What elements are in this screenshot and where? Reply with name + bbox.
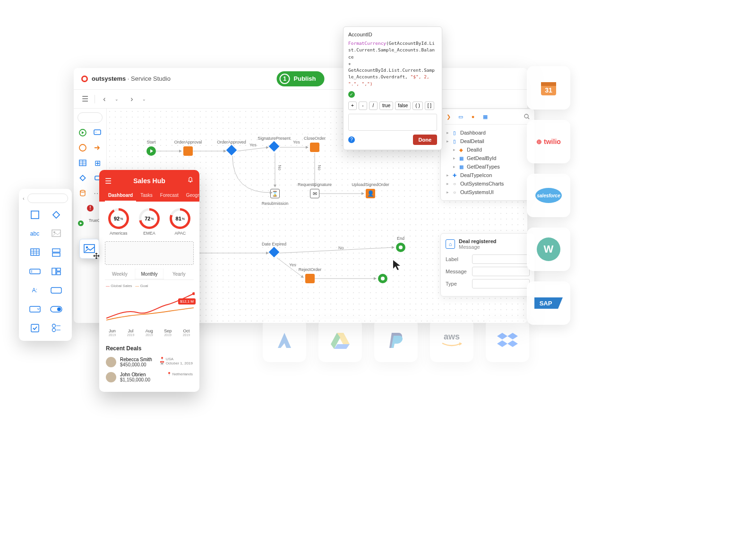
twilio-integration-tile[interactable]: ⊕ twilio bbox=[527, 120, 570, 163]
expr-true-button[interactable]: true bbox=[379, 102, 393, 110]
hamburger-icon[interactable]: ☰ bbox=[105, 177, 112, 186]
tree-item[interactable]: ▸◆DealId bbox=[445, 145, 531, 154]
text-widget-icon[interactable]: abc bbox=[26, 228, 43, 240]
tree-item[interactable]: ▸▯DealDetail bbox=[445, 137, 531, 145]
checkbox-widget-icon[interactable] bbox=[26, 322, 43, 334]
switch-widget-icon[interactable] bbox=[48, 303, 64, 315]
nav-back-icon[interactable]: ‹ bbox=[99, 93, 110, 105]
expr-false-button[interactable]: false bbox=[395, 102, 411, 110]
deal-row[interactable]: John Obrien$1,150,000.00📍 Netherlands bbox=[99, 370, 199, 385]
arrow-tool-icon[interactable] bbox=[93, 143, 103, 153]
order-approved-decision[interactable] bbox=[226, 145, 237, 156]
tree-item[interactable]: ▸▯Dashboard bbox=[445, 128, 531, 137]
workday-integration-tile[interactable]: W bbox=[527, 228, 570, 271]
grid-tool-icon[interactable]: ⊞ bbox=[93, 158, 103, 168]
menu-icon[interactable]: ☰ bbox=[79, 93, 91, 105]
period-tab[interactable]: Monthly bbox=[135, 269, 164, 280]
order-approval-node[interactable] bbox=[183, 146, 193, 156]
expr-paren-open-button[interactable]: ( ) bbox=[412, 102, 422, 110]
period-tab[interactable]: Weekly bbox=[105, 269, 135, 280]
prop-input[interactable] bbox=[472, 254, 530, 264]
signature-present-decision[interactable] bbox=[269, 141, 280, 152]
aws-integration-tile[interactable]: aws bbox=[430, 319, 473, 362]
studio-header: outsystems · Service Studio 1 Publish bbox=[74, 68, 527, 90]
google-drive-integration-tile[interactable] bbox=[318, 319, 362, 362]
mobile-tab[interactable]: Dashboard bbox=[105, 190, 136, 202]
bell-icon[interactable] bbox=[187, 177, 194, 185]
tree-item[interactable]: ▸○OutSystemsUI bbox=[445, 188, 531, 196]
tab-data-icon[interactable]: ▦ bbox=[481, 113, 489, 120]
drop-placeholder[interactable] bbox=[105, 241, 194, 265]
end-node-2[interactable] bbox=[378, 274, 387, 283]
expr-help-icon[interactable]: ? bbox=[348, 136, 355, 143]
tree-item[interactable]: ▸▦GetDealTypes bbox=[445, 162, 531, 171]
calendar-integration-tile[interactable]: 31 bbox=[527, 66, 570, 110]
palette-collapse-icon[interactable]: ‹ bbox=[23, 195, 25, 201]
dropbox-integration-tile[interactable] bbox=[486, 319, 529, 362]
dropdown-widget-icon[interactable] bbox=[26, 303, 43, 315]
sales-chart: $12,1 M bbox=[104, 291, 195, 328]
radio-widget-icon[interactable] bbox=[48, 322, 64, 334]
comment-tool-icon[interactable] bbox=[93, 127, 103, 138]
expr-done-button[interactable]: Done bbox=[413, 135, 438, 145]
deal-row[interactable]: Rebecca Smith$450,000.00📍 USA📅 October 1… bbox=[99, 355, 199, 370]
prop-input[interactable] bbox=[472, 279, 530, 288]
reject-order-node[interactable] bbox=[305, 274, 315, 283]
expr-div-button[interactable]: / bbox=[369, 102, 378, 110]
mobile-tab[interactable]: Geographies bbox=[183, 190, 199, 202]
circle-tool-icon[interactable] bbox=[77, 143, 88, 153]
azure-integration-tile[interactable] bbox=[263, 319, 306, 362]
mobile-tabs: DashboardTasksForecastGeographies bbox=[105, 190, 194, 202]
image-widget-icon[interactable] bbox=[48, 228, 64, 240]
mobile-title: Sales Hub bbox=[133, 177, 165, 185]
mobile-tab[interactable]: Tasks bbox=[137, 190, 156, 202]
table-widget-icon[interactable] bbox=[26, 246, 43, 259]
tab-interface-icon[interactable]: ▭ bbox=[457, 113, 464, 120]
diamond-tool-icon[interactable] bbox=[77, 173, 88, 183]
prop-label: Message bbox=[446, 269, 469, 274]
container-widget-icon[interactable] bbox=[26, 209, 43, 221]
expr-code[interactable]: FormatCurrency(GetAccountById.List.Curre… bbox=[348, 40, 437, 87]
mobile-tab[interactable]: Forecast bbox=[157, 190, 182, 202]
input-widget-icon[interactable] bbox=[26, 265, 43, 278]
list-widget-icon[interactable] bbox=[48, 246, 64, 259]
nav-forward-icon[interactable]: › bbox=[126, 93, 137, 105]
close-order-node[interactable] bbox=[310, 143, 319, 152]
palette-search-input[interactable] bbox=[27, 194, 68, 203]
period-tab[interactable]: Yearly bbox=[164, 269, 194, 280]
end-node[interactable] bbox=[396, 243, 405, 252]
start-node[interactable] bbox=[146, 146, 156, 156]
paypal-integration-tile[interactable] bbox=[374, 319, 418, 362]
expr-bracket-button[interactable]: [ ] bbox=[425, 102, 434, 110]
date-expired-decision[interactable] bbox=[269, 247, 280, 258]
sap-integration-tile[interactable]: SAP bbox=[527, 281, 570, 325]
upload-signed-order-node[interactable]: 👤 bbox=[366, 189, 375, 198]
start-node-tool-icon[interactable] bbox=[77, 127, 88, 138]
tab-logic-icon[interactable]: ● bbox=[469, 113, 477, 120]
expr-minus-button[interactable]: - bbox=[359, 102, 367, 110]
svg-line-13 bbox=[237, 147, 268, 151]
tree-item[interactable]: ▸✚DealTypeIcon bbox=[445, 171, 531, 179]
request-signature-node[interactable]: ✉ bbox=[310, 189, 319, 198]
table-tool-icon[interactable] bbox=[77, 158, 88, 168]
block-widget-icon[interactable] bbox=[48, 265, 64, 278]
prop-input[interactable] bbox=[472, 267, 530, 276]
expr-scope-area[interactable] bbox=[348, 114, 437, 131]
nav-forward-dropdown-icon[interactable]: ⌄ bbox=[138, 93, 150, 105]
error-tool-icon[interactable]: ! bbox=[85, 203, 95, 213]
if-widget-icon[interactable] bbox=[48, 209, 64, 221]
publish-button[interactable]: 1 Publish bbox=[277, 71, 325, 86]
tree-item[interactable]: ▸▦GetDealById bbox=[445, 154, 531, 162]
salesforce-integration-tile[interactable]: salesforce bbox=[527, 174, 570, 217]
label-widget-icon[interactable]: A: bbox=[26, 284, 43, 296]
button-widget-icon[interactable] bbox=[48, 284, 64, 296]
tab-flow-icon[interactable]: ❯ bbox=[445, 113, 452, 120]
db-tool-icon[interactable] bbox=[77, 188, 88, 198]
tree-item[interactable]: ▸○OutSystemsCharts bbox=[445, 179, 531, 188]
truechange-icon[interactable] bbox=[77, 218, 84, 228]
nav-back-dropdown-icon[interactable]: ⌄ bbox=[111, 93, 122, 105]
image-widget-dragging[interactable] bbox=[79, 239, 99, 259]
resubmission-node[interactable]: ⌛ bbox=[270, 189, 280, 198]
expr-plus-button[interactable]: + bbox=[348, 102, 357, 110]
toolbox-search-input[interactable] bbox=[77, 112, 103, 123]
